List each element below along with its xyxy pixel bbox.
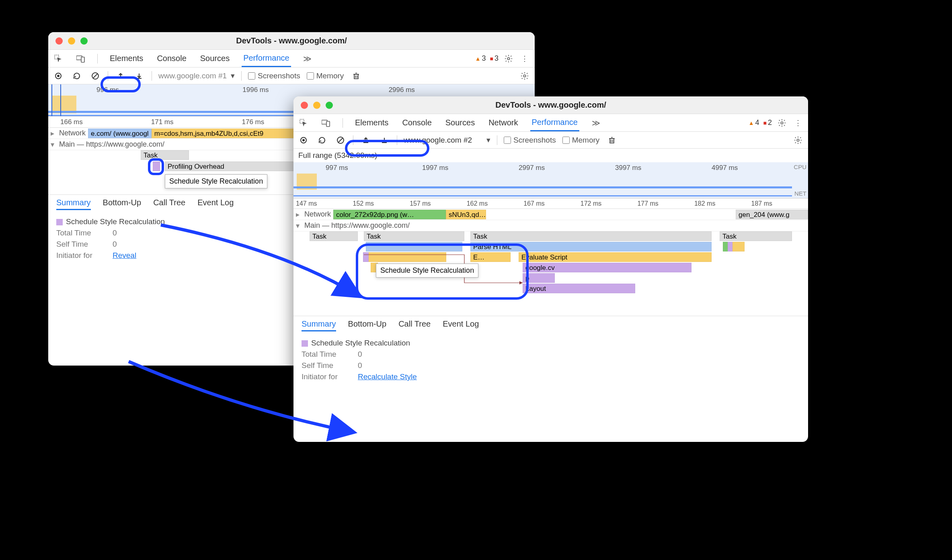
dtab-calltree[interactable]: Call Tree <box>153 198 185 210</box>
kebab-icon[interactable]: ⋮ <box>519 53 531 65</box>
dtab-calltree[interactable]: Call Tree <box>398 319 431 331</box>
close-icon[interactable] <box>301 102 308 109</box>
clear-icon[interactable] <box>334 134 347 146</box>
record-icon[interactable] <box>52 70 64 82</box>
more-tabs-icon[interactable]: ≫ <box>590 117 602 129</box>
ruler[interactable]: 147 ms 152 ms 157 ms 162 ms 167 ms 172 m… <box>293 198 808 209</box>
flame-chart[interactable]: Task Task Task Task Parse HTML E… Evalua… <box>293 231 808 316</box>
warnings-badge[interactable]: 4 <box>749 119 759 127</box>
net-req[interactable]: e.com/ (www.googl <box>88 129 152 138</box>
flame-task[interactable]: Task <box>470 231 712 241</box>
net-req[interactable]: sNUn3,qd… <box>446 210 486 219</box>
close-icon[interactable] <box>55 37 63 45</box>
dtab-bottomup[interactable]: Bottom-Up <box>348 319 387 331</box>
main-track-header[interactable]: ▾ Main — https://www.google.com/ <box>293 220 808 231</box>
kebab-icon[interactable]: ⋮ <box>792 117 804 129</box>
svg-point-15 <box>302 139 305 141</box>
chevron-down-icon[interactable]: ▾ <box>231 71 235 80</box>
minimize-icon[interactable] <box>68 37 75 45</box>
errors-badge[interactable]: 3 <box>490 54 499 63</box>
breadcrumb[interactable]: Full range (5342.99ms) <box>293 149 808 162</box>
tab-sources[interactable]: Sources <box>199 51 231 66</box>
target-select[interactable]: www.google.com #1 <box>158 72 227 80</box>
net-req[interactable]: gen_204 (www.g <box>736 210 808 219</box>
flame-run[interactable] <box>366 242 462 251</box>
maximize-icon[interactable] <box>326 102 333 109</box>
trash-icon[interactable] <box>350 70 362 82</box>
warnings-badge[interactable]: 3 <box>475 54 486 63</box>
screenshots-checkbox[interactable]: Screenshots <box>504 136 556 145</box>
flame-layout[interactable]: Layout <box>523 284 635 293</box>
memory-checkbox[interactable]: Memory <box>562 136 600 145</box>
flame-task[interactable]: Task <box>364 231 464 241</box>
flame-style-recalc[interactable] <box>153 161 160 171</box>
tab-elements[interactable]: Elements <box>353 115 390 131</box>
tab-sources[interactable]: Sources <box>444 115 476 131</box>
record-icon[interactable] <box>298 134 310 146</box>
chevron-down-icon[interactable]: ▾ <box>486 135 490 145</box>
device-icon[interactable] <box>320 117 332 129</box>
reload-icon[interactable] <box>71 70 83 82</box>
inspect-icon[interactable] <box>52 53 64 65</box>
flame-task[interactable]: Task <box>720 231 792 241</box>
download-icon[interactable] <box>378 134 390 146</box>
window-title: DevTools - www.google.com/ <box>48 36 535 45</box>
target-select[interactable]: www.google.com #2 <box>404 136 472 145</box>
flame[interactable] <box>732 242 745 251</box>
gear-icon[interactable] <box>503 53 515 65</box>
window-title: DevTools - www.google.com/ <box>293 100 808 110</box>
minimize-icon[interactable] <box>313 102 320 109</box>
gear-icon[interactable] <box>792 134 804 146</box>
titlebar[interactable]: DevTools - www.google.com/ <box>48 32 535 50</box>
download-icon[interactable] <box>133 70 145 82</box>
flame-fn[interactable]: google.cv <box>523 263 691 272</box>
dtab-eventlog[interactable]: Event Log <box>443 319 479 331</box>
tab-elements[interactable]: Elements <box>108 51 145 66</box>
flame-eval[interactable]: Evaluate Script <box>519 252 712 262</box>
recalc-link[interactable]: Recalculate Style <box>358 372 417 381</box>
overview-timeline[interactable]: 997 ms 1997 ms 2997 ms 3997 ms 4997 ms C… <box>293 162 808 198</box>
more-tabs-icon[interactable]: ≫ <box>302 53 314 65</box>
screenshots-checkbox[interactable]: Screenshots <box>248 72 300 80</box>
tab-console[interactable]: Console <box>400 115 433 131</box>
clear-icon[interactable] <box>89 70 101 82</box>
upload-icon[interactable] <box>115 70 127 82</box>
dtab-eventlog[interactable]: Event Log <box>197 198 234 210</box>
upload-icon[interactable] <box>360 134 372 146</box>
summary-title: Schedule Style Recalculation <box>311 339 410 347</box>
tab-performance[interactable]: Performance <box>530 114 580 131</box>
inspect-icon[interactable] <box>298 117 310 129</box>
dtab-bottomup[interactable]: Bottom-Up <box>103 198 142 210</box>
gear-icon[interactable] <box>776 117 788 129</box>
dtab-summary[interactable]: Summary <box>56 198 91 210</box>
svg-rect-2 <box>81 57 84 62</box>
traffic-lights[interactable] <box>55 37 88 45</box>
errors-badge[interactable]: 2 <box>763 119 772 127</box>
flame-task[interactable]: Task <box>310 231 358 241</box>
perf-toolbar: www.google.com #1 ▾ Screenshots Memory <box>48 67 535 84</box>
flame-task[interactable]: Task <box>141 150 189 160</box>
dtab-summary[interactable]: Summary <box>302 319 336 331</box>
net-req[interactable]: color_272x92dp.png (w… <box>333 210 446 219</box>
device-icon[interactable] <box>75 53 87 65</box>
svg-point-19 <box>797 139 799 141</box>
reveal-link[interactable]: Reveal <box>113 251 136 260</box>
perf-toolbar: www.google.com #2 ▾ Screenshots Memory <box>293 132 808 149</box>
network-track[interactable]: ▸ Network color_272x92dp.png (w… sNUn3,q… <box>293 209 808 220</box>
tooltip: Schedule Style Recalculation <box>376 264 478 278</box>
detail-tabs: Summary Bottom-Up Call Tree Event Log <box>293 316 808 335</box>
titlebar[interactable]: DevTools - www.google.com/ <box>293 96 808 114</box>
svg-point-9 <box>523 75 526 77</box>
tab-performance[interactable]: Performance <box>242 50 291 67</box>
flame-profiling[interactable]: Profiling Overhead <box>165 161 306 171</box>
tab-network[interactable]: Network <box>487 115 519 131</box>
reload-icon[interactable] <box>316 134 328 146</box>
memory-checkbox[interactable]: Memory <box>307 72 344 80</box>
tab-console[interactable]: Console <box>155 51 188 66</box>
svg-line-17 <box>338 138 343 143</box>
maximize-icon[interactable] <box>80 37 88 45</box>
gear-icon[interactable] <box>519 70 531 82</box>
flame-parse[interactable]: Parse HTML <box>470 242 712 251</box>
traffic-lights[interactable] <box>301 102 333 109</box>
trash-icon[interactable] <box>606 134 618 146</box>
